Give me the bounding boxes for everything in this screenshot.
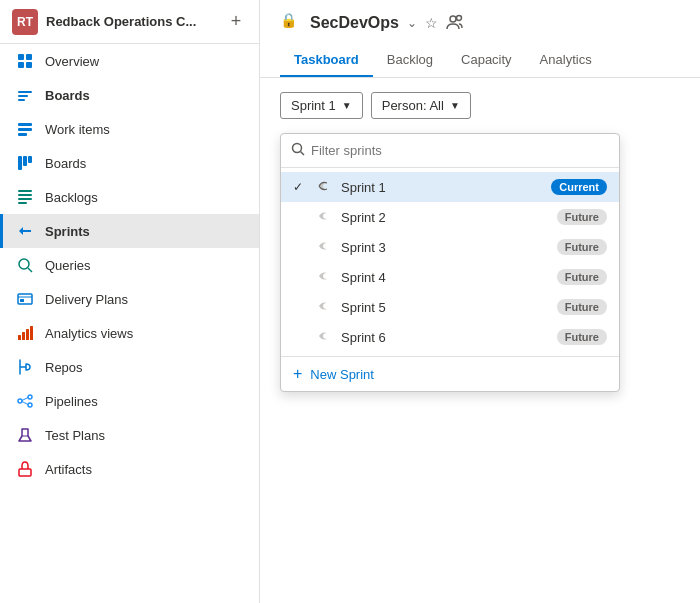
sprint-icon: [317, 299, 333, 315]
sidebar-item-label: Artifacts: [45, 462, 92, 477]
svg-rect-3: [26, 62, 32, 68]
sidebar-item-label: Analytics views: [45, 326, 133, 341]
svg-point-27: [28, 395, 32, 399]
sprint-list: ✓ Sprint 1 Current: [281, 168, 619, 356]
checkmark-placeholder: [293, 210, 309, 224]
overview-icon: [15, 51, 35, 71]
sidebar-item-sprints[interactable]: Sprints: [0, 214, 259, 248]
sprint-list-item[interactable]: Sprint 3 Future: [281, 232, 619, 262]
sprint-list-item[interactable]: Sprint 2 Future: [281, 202, 619, 232]
main-content: 🔒 SecDevOps ⌄ ☆ Taskboard Backlog Capaci…: [260, 0, 700, 603]
sidebar-item-queries[interactable]: Queries: [0, 248, 259, 282]
sidebar-item-label: Backlogs: [45, 190, 98, 205]
sprint-selector-button[interactable]: Sprint 1 ▼: [280, 92, 363, 119]
sidebar-item-overview[interactable]: Overview: [0, 44, 259, 78]
delivery-icon: [15, 289, 35, 309]
checkmark-placeholder: [293, 240, 309, 254]
boards-section-icon: [15, 85, 35, 105]
person-chevron-icon: ▼: [450, 100, 460, 111]
sidebar-item-delivery-plans[interactable]: Delivery Plans: [0, 282, 259, 316]
favorite-star-icon[interactable]: ☆: [425, 15, 438, 31]
pipelines-icon: [15, 391, 35, 411]
sprint-badge: Future: [557, 239, 607, 255]
sprint-chevron-icon: ▼: [342, 100, 352, 111]
sprint-name: Sprint 1: [341, 180, 543, 195]
new-sprint-button[interactable]: + New Sprint: [281, 356, 619, 391]
sidebar-item-label: Test Plans: [45, 428, 105, 443]
person-selector-button[interactable]: Person: All ▼: [371, 92, 471, 119]
sidebar-item-test-plans[interactable]: Test Plans: [0, 418, 259, 452]
testplans-icon: [15, 425, 35, 445]
svg-rect-10: [18, 156, 22, 170]
tab-analytics[interactable]: Analytics: [526, 44, 606, 77]
sprint-button-label: Sprint 1: [291, 98, 336, 113]
sprint-icon: [317, 329, 333, 345]
sidebar-item-label: Sprints: [45, 224, 90, 239]
svg-rect-24: [26, 329, 29, 340]
boards2-icon: [15, 153, 35, 173]
svg-rect-9: [18, 133, 27, 136]
sidebar-item-pipelines[interactable]: Pipelines: [0, 384, 259, 418]
sidebar-item-boards[interactable]: Boards: [0, 146, 259, 180]
sidebar-item-repos[interactable]: Repos: [0, 350, 259, 384]
sprint-list-item[interactable]: Sprint 4 Future: [281, 262, 619, 292]
tab-backlog[interactable]: Backlog: [373, 44, 447, 77]
sprint-badge: Future: [557, 269, 607, 285]
svg-rect-8: [18, 128, 32, 131]
sprint-dropdown: ✓ Sprint 1 Current: [280, 133, 620, 392]
sidebar-item-boards-header[interactable]: Boards: [0, 78, 259, 112]
sidebar-item-label: Delivery Plans: [45, 292, 128, 307]
toolbar-row: Sprint 1 ▼ Person: All ▼: [280, 92, 680, 119]
sprint-name: Sprint 4: [341, 270, 549, 285]
sprint-name: Sprint 3: [341, 240, 549, 255]
org-name: Redback Operations C...: [46, 14, 217, 29]
sprint-list-item[interactable]: Sprint 5 Future: [281, 292, 619, 322]
repos-icon: [15, 357, 35, 377]
svg-rect-6: [18, 99, 25, 101]
sidebar-item-work-items[interactable]: Work items: [0, 112, 259, 146]
svg-rect-7: [18, 123, 32, 126]
sidebar-item-label: Repos: [45, 360, 83, 375]
svg-rect-1: [26, 54, 32, 60]
project-lock-icon: 🔒: [280, 12, 302, 34]
svg-rect-23: [22, 332, 25, 340]
sprint-icon: [317, 209, 333, 225]
queries-icon: [15, 255, 35, 275]
svg-rect-22: [18, 335, 21, 340]
sprint-badge: Future: [557, 209, 607, 225]
sprint-badge: Current: [551, 179, 607, 195]
tab-capacity[interactable]: Capacity: [447, 44, 526, 77]
sidebar-item-backlogs[interactable]: Backlogs: [0, 180, 259, 214]
svg-rect-25: [30, 326, 33, 340]
sidebar-item-label: Boards: [45, 156, 86, 171]
sidebar-item-label: Pipelines: [45, 394, 98, 409]
sprint-search-input[interactable]: [311, 143, 609, 158]
workitems-icon: [15, 119, 35, 139]
project-chevron-icon[interactable]: ⌄: [407, 16, 417, 30]
sprint-list-item[interactable]: Sprint 6 Future: [281, 322, 619, 352]
tab-taskboard[interactable]: Taskboard: [280, 44, 373, 77]
main-tabs: Taskboard Backlog Capacity Analytics: [280, 44, 680, 77]
sidebar-item-artifacts[interactable]: Artifacts: [0, 452, 259, 486]
svg-rect-4: [18, 91, 32, 93]
svg-rect-5: [18, 95, 28, 97]
sprint-badge: Future: [557, 329, 607, 345]
main-body: Sprint 1 ▼ Person: All ▼: [260, 78, 700, 603]
svg-point-26: [18, 399, 22, 403]
svg-rect-0: [18, 54, 24, 60]
person-button-label: Person: All: [382, 98, 444, 113]
sidebar-item-analytics-views[interactable]: Analytics views: [0, 316, 259, 350]
svg-rect-19: [18, 294, 32, 304]
search-icon: [291, 142, 305, 159]
sidebar-header: RT Redback Operations C... +: [0, 0, 259, 44]
svg-line-29: [22, 398, 28, 401]
sprints-icon: [15, 221, 35, 241]
org-avatar: RT: [12, 9, 38, 35]
svg-rect-13: [18, 190, 32, 192]
artifacts-icon: [15, 459, 35, 479]
sprint-name: Sprint 5: [341, 300, 549, 315]
add-project-button[interactable]: +: [225, 11, 247, 33]
sprint-list-item[interactable]: ✓ Sprint 1 Current: [281, 172, 619, 202]
members-icon[interactable]: [446, 13, 464, 34]
backlogs-icon: [15, 187, 35, 207]
